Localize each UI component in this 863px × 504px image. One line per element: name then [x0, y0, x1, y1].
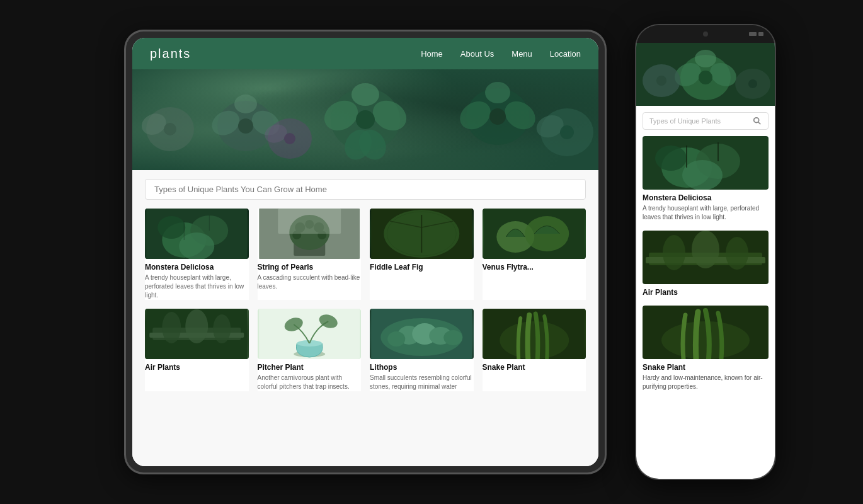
svg-point-81	[754, 118, 759, 123]
plant-name-venus: Venus Flytra...	[483, 263, 586, 272]
plant-card-snake: Snake Plant	[483, 309, 586, 391]
svg-point-18	[485, 82, 510, 103]
plant-name-fiddle: Fiddle Leaf Fig	[370, 263, 474, 272]
phone-camera-dot	[703, 32, 708, 37]
svg-point-30	[157, 216, 185, 239]
phone-plant-desc-monstera: A trendy houseplant with large, perforat…	[643, 204, 769, 222]
plant-card-monstera: Monstera Deliciosa A trendy houseplant w…	[145, 209, 249, 300]
svg-point-55	[185, 309, 208, 343]
phone-plant-desc-snake: Hardy and low-maintenance, known for air…	[643, 374, 769, 391]
svg-point-76	[699, 71, 712, 84]
phone-device: Types of Unique Plants	[636, 25, 775, 479]
svg-point-22	[560, 125, 574, 139]
svg-point-75	[695, 50, 716, 67]
phone-status-icons	[749, 32, 763, 36]
phone-plant-name-monstera: Monstera Deliciosa	[643, 193, 769, 202]
plant-image-venus	[483, 209, 586, 259]
svg-point-25	[284, 133, 295, 144]
svg-point-56	[213, 314, 231, 343]
phone-screen: Types of Unique Plants	[636, 43, 775, 479]
plant-image-air	[145, 309, 249, 359]
tablet-device: plants Home About Us Menu Location	[126, 32, 605, 472]
search-icon	[753, 117, 762, 125]
plant-desc-monstera: A trendy houseplant with large, perforat…	[145, 273, 249, 300]
svg-point-94	[692, 231, 719, 268]
plant-card-fiddle: Fiddle Leaf Fig	[370, 209, 474, 300]
plant-name-lithops: Lithops	[370, 363, 474, 372]
nav-menu[interactable]: Menu	[512, 49, 532, 59]
tablet-content: Monstera Deliciosa A trendy houseplant w…	[132, 170, 598, 466]
plant-desc-string-pearls: A cascading succulent with bead-like lea…	[258, 273, 362, 291]
phone-img-monstera	[643, 136, 769, 190]
svg-line-82	[758, 122, 761, 125]
phone-hero	[636, 43, 775, 106]
plant-name-snake: Snake Plant	[483, 363, 586, 372]
svg-point-6	[356, 110, 375, 129]
svg-point-3	[351, 83, 379, 106]
plant-card-string-pearls: String of Pearls A cascading succulent w…	[258, 209, 362, 300]
svg-point-11	[238, 118, 253, 134]
plant-image-string-pearls	[258, 209, 362, 259]
svg-point-95	[726, 237, 748, 270]
brand-logo: plants	[150, 47, 191, 61]
tablet-navbar: plants Home About Us Menu Location	[132, 38, 598, 69]
svg-point-70	[500, 321, 569, 359]
plant-desc-lithops: Small succulents resembling colorful sto…	[370, 374, 474, 391]
svg-point-97	[661, 321, 750, 359]
svg-point-19	[489, 108, 506, 125]
signal-icon	[749, 32, 757, 36]
nav-location[interactable]: Location	[550, 49, 581, 59]
plant-image-lithops	[370, 309, 474, 359]
plant-grid: Monstera Deliciosa A trendy houseplant w…	[145, 209, 586, 391]
search-input[interactable]	[145, 179, 586, 200]
plant-card-air: Air Plants	[145, 309, 249, 391]
phone-img-snake	[643, 306, 769, 359]
svg-point-93	[663, 235, 685, 270]
svg-rect-41	[278, 209, 341, 234]
nav-links: Home About Us Menu Location	[421, 49, 581, 59]
plant-name-pitcher: Pitcher Plant	[258, 363, 362, 372]
hero-background	[132, 69, 598, 170]
plant-card-venus: Venus Flytra...	[483, 209, 586, 300]
hero-succulent-svg	[132, 69, 598, 170]
plant-card-pitcher: Pitcher Plant Another carnivorous plant …	[258, 309, 362, 391]
svg-point-67	[387, 331, 405, 346]
plant-image-pitcher	[258, 309, 362, 359]
plant-desc-pitcher: Another carnivorous plant with colorful …	[258, 374, 362, 391]
phone-card-snake: Snake Plant Hardy and low-maintenance, k…	[643, 306, 769, 391]
svg-point-80	[748, 79, 757, 88]
svg-point-14	[164, 123, 176, 135]
svg-point-86	[682, 160, 723, 190]
svg-point-10	[234, 94, 257, 113]
svg-point-68	[443, 330, 462, 345]
plant-name-string-pearls: String of Pearls	[258, 263, 362, 272]
phone-plant-list: Monstera Deliciosa A trendy houseplant w…	[636, 136, 775, 479]
phone-plant-name-snake: Snake Plant	[643, 363, 769, 372]
svg-point-78	[656, 76, 666, 86]
svg-point-54	[162, 312, 181, 343]
plant-image-fiddle	[370, 209, 474, 259]
plant-name-monstera: Monstera Deliciosa	[145, 263, 249, 272]
nav-about[interactable]: About Us	[460, 49, 494, 59]
plant-image-monstera	[145, 209, 249, 259]
phone-search-bar[interactable]: Types of Unique Plants	[643, 112, 769, 130]
tablet-hero	[132, 69, 598, 170]
phone-card-air: Air Plants	[643, 231, 769, 297]
nav-home[interactable]: Home	[421, 49, 443, 59]
plant-image-snake	[483, 309, 586, 359]
phone-card-monstera: Monstera Deliciosa A trendy houseplant w…	[643, 136, 769, 222]
svg-point-87	[655, 146, 687, 171]
phone-status-bar	[636, 25, 775, 43]
phone-search-placeholder: Types of Unique Plants	[649, 117, 753, 125]
phone-img-air	[643, 231, 769, 284]
battery-icon	[758, 32, 763, 36]
plant-card-lithops: Lithops Small succulents resembling colo…	[370, 309, 474, 391]
phone-plant-name-air: Air Plants	[643, 288, 769, 297]
plant-name-air: Air Plants	[145, 363, 249, 372]
